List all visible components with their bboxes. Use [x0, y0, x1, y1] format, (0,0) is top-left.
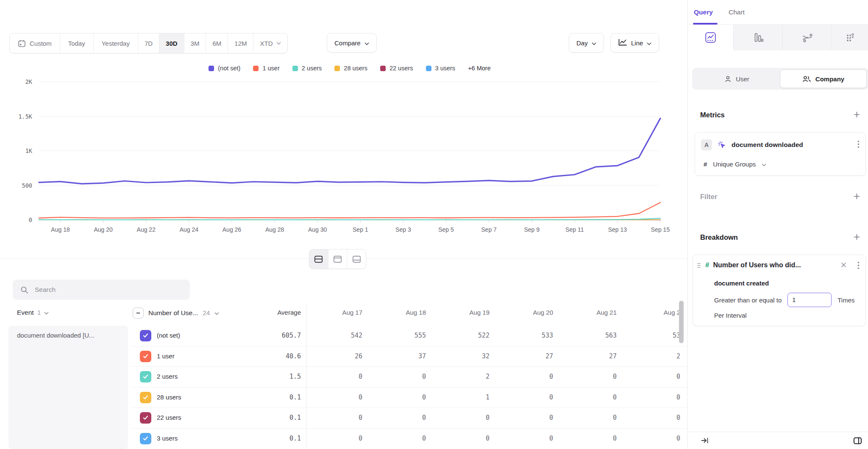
range-label: Yesterday	[102, 40, 130, 47]
row-value-cell: 0	[362, 394, 426, 401]
legend-item[interactable]: 28 users	[334, 65, 367, 72]
collapse-panel-icon[interactable]	[701, 437, 709, 444]
legend-more-link[interactable]: +6 More	[468, 65, 491, 72]
series-checkbox[interactable]	[140, 351, 151, 362]
legend-item[interactable]: (not set)	[209, 65, 240, 72]
row-label: 3 users	[157, 435, 178, 442]
threshold-input[interactable]	[787, 293, 832, 307]
tab-chart[interactable]: Chart	[729, 8, 745, 16]
compare-button[interactable]: Compare	[327, 33, 377, 53]
row-value-cell: 2	[426, 373, 490, 380]
chart-type-bar-tab[interactable]	[734, 25, 783, 50]
add-filter-button[interactable]	[853, 193, 860, 200]
breakdown-kebab-menu[interactable]	[857, 261, 860, 269]
series-checkbox[interactable]	[140, 330, 151, 341]
date-range-button[interactable]: 6M	[206, 33, 228, 53]
average-column-header[interactable]: Average	[229, 309, 301, 316]
row-value-cell: 0	[490, 394, 553, 401]
entity-user-button[interactable]: User	[694, 69, 780, 88]
event-header-label: Event	[17, 309, 34, 316]
row-average: 1.5	[229, 373, 301, 380]
chart-type-flow-tab[interactable]	[783, 25, 832, 50]
chevron-down-icon	[44, 309, 49, 316]
date-range-button[interactable]: Today	[60, 33, 93, 53]
search-input[interactable]	[34, 285, 182, 294]
drag-handle-icon[interactable]	[696, 262, 701, 269]
add-metric-button[interactable]	[853, 111, 860, 118]
row-value-cell: 0	[617, 394, 680, 401]
svg-text:2K: 2K	[25, 78, 33, 85]
date-range-button[interactable]: XTD	[253, 33, 287, 53]
svg-text:0: 0	[29, 216, 32, 223]
breakdown-event[interactable]: document created	[714, 280, 769, 287]
date-range-button[interactable]: Yesterday	[93, 33, 138, 53]
event-name-cell[interactable]: document downloaded [U...	[8, 326, 128, 449]
series-checkbox[interactable]	[140, 412, 151, 424]
interval-dropdown[interactable]: Day	[569, 33, 604, 53]
row-label: 2 users	[157, 373, 178, 380]
svg-text:Sep 11: Sep 11	[565, 226, 584, 233]
table-header: Event 1 Number of Use... 24 Average Aug …	[0, 304, 687, 323]
table-scrollbar[interactable]	[679, 301, 684, 343]
row-value-cell: 0	[426, 414, 490, 421]
row-value-cell: 542	[299, 332, 362, 339]
chart-toolbar: CustomTodayYesterday7D30D3M6M12MXTD Comp…	[0, 0, 687, 59]
series-checkbox[interactable]	[140, 392, 151, 403]
date-range-button[interactable]: 3M	[184, 33, 206, 53]
layout-chart-only-button[interactable]	[328, 249, 347, 269]
legend-swatch	[253, 66, 259, 71]
legend-item[interactable]: 2 users	[292, 65, 322, 72]
add-breakdown-button[interactable]	[853, 233, 860, 241]
row-value-cell: 0	[617, 373, 680, 380]
row-value-cell: 0	[299, 394, 362, 401]
svg-text:Sep 5: Sep 5	[438, 226, 454, 233]
date-range-button[interactable]: 7D	[138, 33, 159, 53]
panel-toggle-icon[interactable]	[853, 437, 862, 445]
entity-company-button[interactable]: Company	[780, 69, 867, 88]
legend-label: 22 users	[389, 65, 413, 72]
calendar-icon	[18, 39, 26, 47]
chart-type-dropdown[interactable]: Line	[610, 33, 659, 53]
select-all-checkbox[interactable]	[133, 308, 144, 319]
close-icon[interactable]	[840, 262, 847, 268]
metric-kebab-menu[interactable]	[857, 140, 860, 148]
range-label: 7D	[145, 40, 153, 47]
legend-item[interactable]: 3 users	[426, 65, 456, 72]
date-range-button[interactable]: 30D	[159, 33, 184, 53]
group-column-header[interactable]: Number of Use... 24	[133, 308, 219, 319]
legend-label: 28 users	[344, 65, 367, 72]
row-value-cell: 27	[553, 352, 617, 360]
date-column-header: Aug 19	[426, 309, 490, 316]
svg-text:Sep 9: Sep 9	[524, 226, 540, 233]
layout-split-button[interactable]	[309, 249, 328, 269]
row-value-cell: 0	[617, 435, 680, 442]
series-checkbox[interactable]	[140, 371, 151, 382]
legend-label: (not set)	[218, 65, 240, 72]
date-range-button[interactable]: Custom	[10, 33, 60, 53]
chart-type-grid-tab[interactable]	[832, 25, 868, 50]
layout-table-only-button[interactable]	[347, 249, 366, 269]
date-range-button[interactable]: 12M	[228, 33, 253, 53]
user-icon	[724, 75, 732, 83]
legend-swatch	[426, 66, 431, 71]
breakdown-card-title[interactable]: Number of Users who did...	[713, 261, 801, 269]
svg-text:Sep 15: Sep 15	[651, 226, 670, 233]
chart-type-line-tab[interactable]	[688, 25, 734, 50]
date-column-header: Aug 17	[299, 309, 362, 316]
metric-event-name[interactable]: document downloaded	[732, 141, 803, 149]
legend-label: 2 users	[302, 65, 322, 72]
measure-dropdown[interactable]: # Unique Groups	[704, 161, 766, 168]
series-checkbox[interactable]	[140, 433, 151, 444]
line-chart-tile-icon	[705, 32, 716, 43]
legend-item[interactable]: 22 users	[380, 65, 413, 72]
event-column-header[interactable]: Event 1	[17, 309, 49, 316]
interval-label: Day	[576, 39, 588, 47]
legend-item[interactable]: 1 user	[253, 65, 279, 72]
tab-query[interactable]: Query	[694, 8, 713, 16]
condition-label: Greater than or equal to	[714, 297, 782, 304]
chevron-down-icon	[647, 39, 651, 47]
row-value-cell: 555	[362, 332, 426, 339]
row-value-cell: 563	[553, 332, 617, 339]
row-value-cell: 522	[426, 332, 490, 339]
breakdown-card: # Number of Users who did... document cr…	[693, 255, 866, 326]
